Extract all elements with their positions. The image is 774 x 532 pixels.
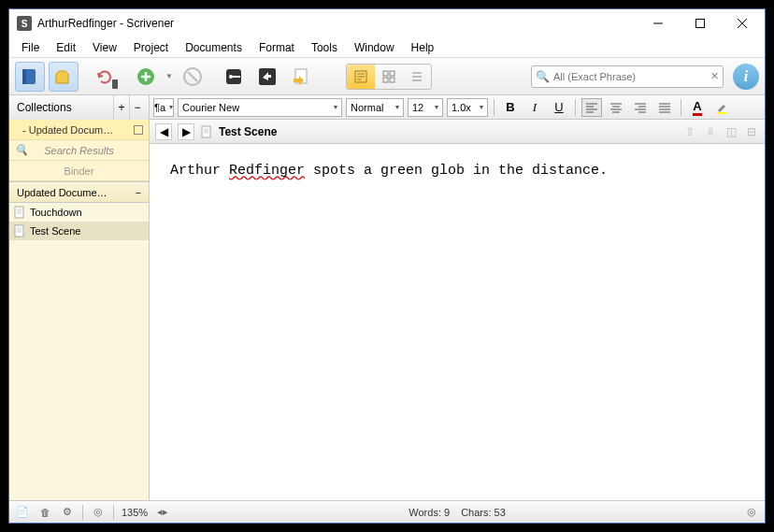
zoom-level[interactable]: 135% <box>122 507 148 518</box>
trash-button[interactable] <box>178 62 208 92</box>
search-input[interactable] <box>553 71 707 82</box>
collections-add-button[interactable]: + <box>113 95 129 120</box>
split-vertical-icon[interactable]: ⊟ <box>744 124 759 139</box>
menu-project[interactable]: Project <box>125 39 177 56</box>
collections-label: Collections <box>13 95 113 120</box>
menubar: File Edit View Project Documents Format … <box>9 37 765 58</box>
align-justify-button[interactable] <box>654 98 675 117</box>
format-bar: Collections + − ¶a▾ Courier New▾ Normal▾… <box>9 95 765 120</box>
collapse-icon[interactable]: − <box>136 187 141 198</box>
menu-edit[interactable]: Edit <box>48 39 84 56</box>
svg-rect-2 <box>22 69 26 84</box>
fullscreen-button[interactable] <box>252 62 282 92</box>
view-outline-button[interactable] <box>403 65 431 89</box>
svg-rect-16 <box>717 112 726 114</box>
collection-updated-documents[interactable]: - Updated Docum… <box>9 120 149 140</box>
collection-binder[interactable]: Binder <box>9 161 149 181</box>
search-icon: 🔍 <box>536 70 550 83</box>
spellcheck-word[interactable]: Redfinger <box>229 163 305 179</box>
app-icon: S <box>17 16 32 31</box>
window-title: ArthurRedfinger - Scrivener <box>37 17 637 30</box>
font-size-select[interactable]: 12▾ <box>408 98 443 117</box>
binder-item-test-scene[interactable]: Test Scene <box>9 222 149 240</box>
line-spacing-select[interactable]: 1.0x▾ <box>447 98 488 117</box>
gear-icon[interactable]: ⚙ <box>60 505 75 520</box>
collections-remove-button[interactable]: − <box>129 95 145 120</box>
document-title[interactable]: Test Scene <box>219 125 277 138</box>
text-color-button[interactable]: A <box>687 98 708 117</box>
status-target-icon[interactable]: ◎ <box>744 505 759 520</box>
svg-rect-0 <box>695 20 704 28</box>
add-dropdown-icon[interactable]: ▼ <box>165 72 174 80</box>
align-left-button[interactable] <box>581 98 602 117</box>
paragraph-style-button[interactable]: ¶a▾ <box>153 98 174 117</box>
svg-rect-19 <box>202 126 210 137</box>
split-horizontal-icon[interactable]: ◫ <box>724 124 738 139</box>
collections-list: - Updated Docum… 🔍Search Results Binder <box>9 120 149 182</box>
view-document-button[interactable] <box>347 65 375 89</box>
close-button[interactable] <box>721 10 763 37</box>
bold-button[interactable]: B <box>500 98 521 117</box>
zoom-stepper-icon[interactable]: ◂▸ <box>155 505 170 520</box>
italic-button[interactable]: I <box>524 98 545 117</box>
app-window: S ArthurRedfinger - Scrivener File Edit … <box>8 8 766 524</box>
target-icon[interactable]: ◎ <box>91 505 106 520</box>
svg-rect-13 <box>390 71 394 76</box>
svg-rect-12 <box>383 71 388 76</box>
word-count: Words: 9 <box>408 507 450 518</box>
main-body: - Updated Docum… 🔍Search Results Binder … <box>9 120 765 500</box>
binder-toggle-button[interactable] <box>15 62 45 92</box>
view-corkboard-button[interactable] <box>375 65 403 89</box>
statusbar: 📄 🗑 ⚙ ◎ 135% ◂▸ Words: 9 Chars: 53 ◎ <box>9 500 765 523</box>
nav-up-icon[interactable]: ⇧ <box>682 124 697 139</box>
collection-subheader[interactable]: Updated Docume…− <box>9 182 149 203</box>
svg-rect-18 <box>15 225 23 237</box>
menu-view[interactable]: View <box>84 39 125 56</box>
inspector-toggle-button[interactable]: i <box>733 64 759 90</box>
left-panel: - Updated Docum… 🔍Search Results Binder … <box>9 120 150 500</box>
editor-column: ◀ ▶ Test Scene ⇧ ⇩ ◫ ⊟ Arthur Redfinger … <box>150 120 765 500</box>
search-box[interactable]: 🔍 ✕ <box>531 65 724 88</box>
document-header-bar: ◀ ▶ Test Scene ⇧ ⇩ ◫ ⊟ <box>150 120 765 144</box>
collection-close-icon[interactable] <box>134 125 143 135</box>
nav-back-button[interactable]: ◀ <box>155 123 172 140</box>
binder-item-touchdown[interactable]: Touchdown <box>9 203 149 222</box>
menu-file[interactable]: File <box>13 39 48 56</box>
maximize-button[interactable] <box>679 10 721 37</box>
titlebar[interactable]: S ArthurRedfinger - Scrivener <box>9 9 765 37</box>
menu-help[interactable]: Help <box>403 39 443 56</box>
align-right-button[interactable] <box>630 98 651 117</box>
minimize-button[interactable] <box>637 10 679 37</box>
compile-button[interactable] <box>286 62 316 92</box>
font-family-select[interactable]: Courier New▾ <box>178 98 342 117</box>
menu-window[interactable]: Window <box>346 39 403 56</box>
document-icon <box>13 206 26 219</box>
menu-format[interactable]: Format <box>251 39 303 56</box>
collections-toggle-button[interactable] <box>49 62 79 92</box>
underline-button[interactable]: U <box>549 98 569 117</box>
align-center-button[interactable] <box>606 98 626 117</box>
keywords-button[interactable] <box>219 62 249 92</box>
text-editor[interactable]: Arthur Redfinger spots a green glob in t… <box>150 144 765 500</box>
menu-documents[interactable]: Documents <box>177 39 251 56</box>
svg-rect-14 <box>383 78 388 82</box>
clear-search-icon[interactable]: ✕ <box>710 70 719 82</box>
binder-list[interactable]: Touchdown Test Scene <box>9 203 149 500</box>
font-preset-select[interactable]: Normal▾ <box>346 98 404 117</box>
collection-search-results[interactable]: 🔍Search Results <box>9 140 149 161</box>
nav-down-icon[interactable]: ⇩ <box>703 124 718 139</box>
main-toolbar: ▼ 🔍 ✕ i <box>9 58 765 95</box>
svg-rect-3 <box>112 79 118 89</box>
highlight-color-button[interactable] <box>711 98 732 117</box>
document-icon <box>13 224 26 237</box>
add-button[interactable] <box>131 62 161 92</box>
trash-icon[interactable]: 🗑 <box>37 505 52 520</box>
svg-rect-17 <box>15 207 23 218</box>
nav-forward-button[interactable]: ▶ <box>178 123 194 140</box>
sync-button[interactable] <box>90 62 120 92</box>
svg-rect-8 <box>233 76 240 78</box>
menu-tools[interactable]: Tools <box>303 39 346 56</box>
new-note-icon[interactable]: 📄 <box>15 505 30 520</box>
document-icon <box>200 125 213 138</box>
view-mode-group <box>346 64 432 90</box>
